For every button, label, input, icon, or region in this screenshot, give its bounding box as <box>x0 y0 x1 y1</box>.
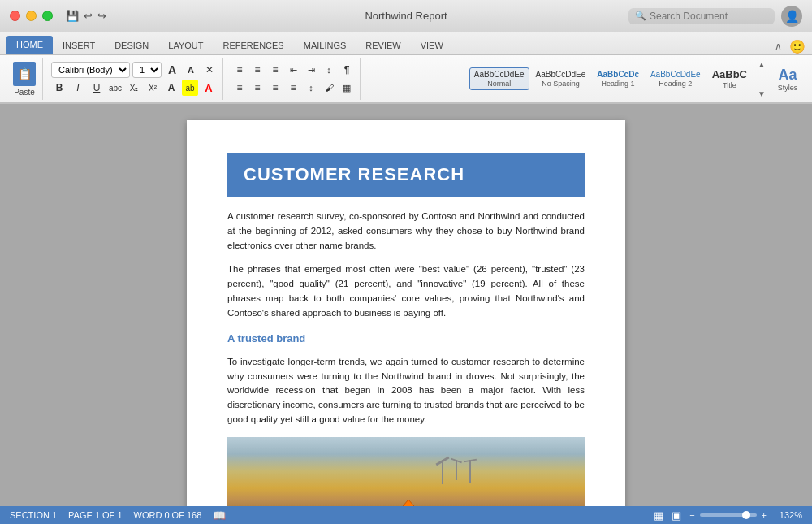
increase-font-button[interactable]: A <box>164 62 180 78</box>
borders-button[interactable]: ▦ <box>339 80 355 96</box>
maximize-button[interactable] <box>42 11 53 21</box>
style-normal-preview: AaBbCcDdEe <box>474 70 525 80</box>
ribbon-body: 📋 Paste Calibri (Body) 12 A A ✕ B I U ab… <box>0 55 812 104</box>
align-left-button[interactable]: ≡ <box>231 80 248 96</box>
tab-home[interactable]: HOME <box>6 36 53 54</box>
paste-group: 📋 Paste <box>6 58 43 100</box>
style-title[interactable]: AaBbC Title <box>707 66 752 92</box>
styles-scroll-up-button[interactable]: ▲ <box>755 58 768 71</box>
font-family-select[interactable]: Calibri (Body) <box>51 62 130 78</box>
redo-icon[interactable]: ↪ <box>97 10 106 22</box>
underline-button[interactable]: U <box>89 80 105 96</box>
paragraph-1: A customer research survey, co-sponsored… <box>227 210 585 253</box>
style-heading1[interactable]: AaBbCcDc Heading 1 <box>592 67 644 90</box>
zoom-thumb <box>742 511 750 519</box>
clear-format-button[interactable]: ✕ <box>201 62 218 78</box>
word-count: WORD 0 OF 168 <box>134 510 202 520</box>
tab-references[interactable]: REFERENCES <box>214 37 294 54</box>
style-heading1-label: Heading 1 <box>602 80 635 88</box>
titlebar: 💾 ↩ ↪ Northwind Report 🔍 👤 <box>0 0 812 32</box>
zoom-out-icon[interactable]: − <box>689 510 694 520</box>
align-row: ≡ ≡ ≡ ≡ ↕ 🖌 ▦ <box>231 80 355 96</box>
styles-scroll-down-button[interactable]: ▼ <box>755 87 768 100</box>
document-heading-banner: CUSTOMER RESEARCH <box>227 153 585 197</box>
list-format-row: ≡ ≡ ≡ ⇤ ⇥ ↕ ¶ <box>231 62 355 78</box>
highlight-button[interactable]: ab <box>182 80 198 96</box>
style-heading2-label: Heading 2 <box>659 80 692 88</box>
multilevel-list-button[interactable]: ≡ <box>267 62 283 78</box>
style-heading1-preview: AaBbCcDc <box>597 70 639 80</box>
emoji-picker-icon[interactable]: 🙂 <box>789 39 806 54</box>
strikethrough-button[interactable]: abc <box>107 80 123 96</box>
style-heading2-preview: AaBbCcDdEe <box>650 70 701 80</box>
show-marks-button[interactable]: ¶ <box>339 62 355 78</box>
decrease-indent-button[interactable]: ⇤ <box>285 62 301 78</box>
titlebar-right: 🔍 👤 <box>628 6 802 27</box>
paragraph-3: To investigate longer-term trends, we ag… <box>227 355 585 427</box>
search-input[interactable] <box>650 11 768 22</box>
tab-insert[interactable]: INSERT <box>53 37 105 54</box>
style-no-spacing-preview: AaBbCcDdEe <box>536 70 586 80</box>
view-grid-icon[interactable]: ▦ <box>654 509 663 522</box>
ribbon-tabs: HOME INSERT DESIGN LAYOUT REFERENCES MAI… <box>0 32 812 55</box>
paragraph-group: ≡ ≡ ≡ ⇤ ⇥ ↕ ¶ ≡ ≡ ≡ ≡ ↕ 🖌 ▦ <box>227 58 361 100</box>
text-color-button[interactable]: A <box>163 80 179 96</box>
paste-label[interactable]: Paste <box>14 88 35 97</box>
zoom-level[interactable]: 132% <box>775 510 802 520</box>
justify-button[interactable]: ≡ <box>285 80 301 96</box>
styles-group: AaBbCcDdEe Normal AaBbCcDdEe No Spacing … <box>469 58 806 100</box>
document-page[interactable]: CUSTOMER RESEARCH A customer research su… <box>187 120 625 506</box>
undo-icon[interactable]: ↩ <box>84 10 93 22</box>
align-right-button[interactable]: ≡ <box>267 80 283 96</box>
tab-review[interactable]: REVIEW <box>356 37 410 54</box>
font-format-row: Calibri (Body) 12 A A ✕ <box>51 62 218 78</box>
line-spacing-button[interactable]: ↕ <box>303 80 319 96</box>
book-icon[interactable]: 📖 <box>213 509 226 522</box>
zoom-control[interactable]: − + <box>689 510 767 520</box>
decrease-font-button[interactable]: A <box>183 62 199 78</box>
subscript-button[interactable]: X₂ <box>126 80 142 96</box>
status-left: SECTION 1 PAGE 1 OF 1 WORD 0 OF 168 📖 <box>10 509 226 522</box>
superscript-button[interactable]: X² <box>145 80 161 96</box>
tab-layout[interactable]: LAYOUT <box>158 37 213 54</box>
shading-button[interactable]: 🖌 <box>321 80 337 96</box>
ribbon-collapse-button[interactable]: ∧ <box>771 38 784 54</box>
tab-view[interactable]: VIEW <box>411 37 453 54</box>
tab-mailings[interactable]: MAILINGS <box>294 37 356 54</box>
sort-button[interactable]: ↕ <box>321 62 337 78</box>
align-center-button[interactable]: ≡ <box>249 80 266 96</box>
subheading-trusted-brand: A trusted brand <box>227 331 585 347</box>
status-right: ▦ ▣ − + 132% <box>654 509 802 522</box>
zoom-in-icon[interactable]: + <box>762 510 767 520</box>
page-info: PAGE 1 OF 1 <box>68 510 122 520</box>
zoom-track[interactable] <box>700 513 757 517</box>
font-color-button[interactable]: A <box>201 80 217 96</box>
font-style-row: B I U abc X₂ X² A ab A <box>51 80 217 96</box>
search-box[interactable]: 🔍 <box>628 8 775 24</box>
kite-svg <box>388 498 429 506</box>
document-body: A customer research survey, co-sponsored… <box>227 210 585 506</box>
view-layout-icon[interactable]: ▣ <box>672 509 681 522</box>
user-avatar[interactable]: 👤 <box>781 6 802 27</box>
bullet-list-button[interactable]: ≡ <box>231 62 248 78</box>
style-no-spacing-label: No Spacing <box>542 80 580 88</box>
style-no-spacing[interactable]: AaBbCcDdEe No Spacing <box>531 67 591 90</box>
style-normal[interactable]: AaBbCcDdEe Normal <box>469 67 529 90</box>
font-size-select[interactable]: 12 <box>132 62 162 78</box>
numbered-list-button[interactable]: ≡ <box>249 62 266 78</box>
tab-design[interactable]: DESIGN <box>105 37 158 54</box>
paste-icon[interactable]: 📋 <box>13 62 36 86</box>
document-image <box>227 437 585 506</box>
svg-marker-0 <box>392 500 425 506</box>
bold-button[interactable]: B <box>51 80 67 96</box>
style-title-label: Title <box>723 81 736 89</box>
status-bar: SECTION 1 PAGE 1 OF 1 WORD 0 OF 168 📖 ▦ … <box>0 506 812 524</box>
minimize-button[interactable] <box>26 11 37 21</box>
close-button[interactable] <box>10 11 20 21</box>
styles-menu-button[interactable]: Aa Styles <box>770 58 806 100</box>
increase-indent-button[interactable]: ⇥ <box>303 62 319 78</box>
save-icon[interactable]: 💾 <box>66 10 79 22</box>
italic-button[interactable]: I <box>70 80 86 96</box>
style-heading2[interactable]: AaBbCcDdEe Heading 2 <box>646 67 706 90</box>
heading-text: CUSTOMER RESEARCH <box>244 164 464 184</box>
